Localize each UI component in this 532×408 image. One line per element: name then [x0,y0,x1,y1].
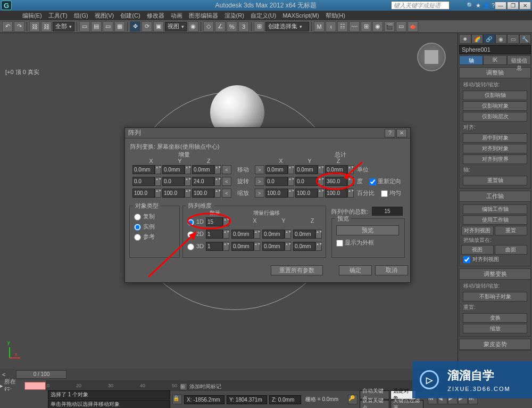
scale-left-button[interactable]: < [222,189,231,198]
menu-grapheditors[interactable]: 图形编辑器 [186,11,221,21]
1d-radio[interactable]: 1D [187,217,204,227]
align-view-button[interactable]: 对齐到视图 [461,226,494,235]
copy-radio[interactable]: 复制 [134,211,175,222]
inc-rot-y[interactable]: ▲▼ [162,177,191,186]
curve-editor-icon[interactable]: 〰 [349,21,360,32]
menu-customize[interactable]: 自定义(U) [247,11,279,21]
3d-x-spinner[interactable]: ▲▼ [231,242,260,251]
tot-rot-x[interactable]: ▲▼ [265,177,294,186]
tot-move-y[interactable]: ▲▼ [295,165,324,174]
menu-edit[interactable]: 编辑(E) [19,11,45,21]
transform-button[interactable]: 变换 [463,313,528,323]
3d-radio[interactable]: 3D [187,242,204,251]
restore-button[interactable]: ❐ [507,2,519,10]
reorient-check[interactable]: 重新定向 [369,177,401,185]
display-as-box-check[interactable]: 显示为外框 [336,239,400,247]
rotate-icon[interactable]: ⟳ [142,21,152,32]
percent-snap-icon[interactable]: % [227,21,237,32]
menu-maxscript[interactable]: MAXScript(M) [279,11,322,20]
subtab-link[interactable]: 链接信息 [507,55,531,65]
angle-snap-icon[interactable]: ∠ [215,21,226,32]
inc-scale-x[interactable]: ▲▼ [132,189,161,198]
search-input[interactable]: 键入关键字或短语 [391,1,450,10]
move-right-button[interactable]: > [255,165,264,174]
tot-scale-z[interactable]: ▲▼ [325,189,354,198]
viewcube[interactable] [417,43,446,71]
time-slider-handle[interactable]: 0 / 100 [16,370,66,379]
tot-scale-x[interactable]: ▲▼ [265,189,294,198]
coord-x[interactable]: X: -1856.2mm [184,395,225,404]
star-icon[interactable]: ★ [476,2,481,9]
reset-button[interactable]: 重置 [495,226,527,235]
inc-move-y[interactable]: ▲▼ [162,165,191,174]
coord-z[interactable]: Z: 0.0mm [269,395,301,404]
2d-z-spinner[interactable]: ▲▼ [293,230,322,239]
undo-icon[interactable]: ↶ [2,21,13,32]
dialog-help-button[interactable]: ? [385,129,395,137]
tab-hierarchy[interactable]: 🔗 [483,34,495,44]
align-view-check[interactable]: 对齐到视图 [461,255,529,264]
scale-button[interactable]: 缩放 [463,324,528,333]
reset-pivot-button[interactable]: 重置轴 [463,176,528,185]
object-name-field[interactable]: Sphere001 [459,45,531,54]
rot-left-button[interactable]: < [222,177,231,186]
render-setup-icon[interactable]: 🎬 [384,21,395,32]
trackbar[interactable]: 01020304050 [0,380,458,391]
2d-x-spinner[interactable]: ▲▼ [231,230,260,239]
inc-rot-z[interactable]: ▲▼ [192,177,221,186]
subtab-ik[interactable]: IK [483,55,507,65]
setkey-button[interactable]: 设置关键点 [360,400,389,409]
select-name-icon[interactable]: ▤ [91,21,102,32]
ok-button[interactable]: 确定 [339,265,372,275]
rollout-header[interactable]: 工作轴 [460,191,530,202]
menu-rendering[interactable]: 渲染(R) [221,11,247,21]
reference-radio[interactable]: 参考 [134,232,175,242]
center-to-object-button[interactable]: 居中到对象 [463,133,528,143]
menu-help[interactable]: 帮助(H) [322,11,348,21]
menu-views[interactable]: 视图(V) [92,11,118,21]
ref-coord-system[interactable]: 视图 [165,22,187,31]
prompt-arrow-icon[interactable]: ▸ [0,382,3,389]
window-crossing-icon[interactable]: ▦ [114,21,125,32]
tot-scale-y[interactable]: ▲▼ [295,189,324,198]
help-icon[interactable]: 🔍 [467,2,474,9]
add-time-tag-label[interactable]: 添加时间标记 [189,383,221,390]
select-region-icon[interactable]: ▭ [103,21,113,32]
named-sets-icon[interactable]: ⊞ [254,21,264,32]
scale-icon[interactable]: ▣ [153,21,164,32]
rendered-frame-icon[interactable]: ▭ [396,21,406,32]
render-icon[interactable]: 🫖 [408,21,418,32]
select-icon[interactable]: ▭ [79,21,90,32]
surface-button[interactable]: 曲面 [495,245,527,255]
spinner-snap-icon[interactable]: 3 [238,21,249,32]
menu-create[interactable]: 创建(C) [117,11,143,21]
uniform-check[interactable]: 均匀 [381,189,401,197]
inc-move-z[interactable]: ▲▼ [192,165,221,174]
named-selection[interactable]: 创建选择集 [265,22,309,31]
inc-scale-z[interactable]: ▲▼ [192,189,221,198]
tab-utilities[interactable]: 🔧 [519,34,531,44]
redo-icon[interactable]: ↷ [14,21,24,32]
rollout-header[interactable]: 蒙皮姿势 [460,339,530,350]
subtab-pivot[interactable]: 轴 [459,55,483,65]
inc-move-x[interactable]: ▲▼ [132,165,161,174]
align-icon[interactable]: ⫞ [326,21,336,32]
menu-animation[interactable]: 动画 [168,11,186,21]
use-wp-button[interactable]: 使用工作轴 [463,215,528,225]
view-button[interactable]: 视图 [461,245,494,255]
move-icon[interactable]: ✥ [130,21,140,32]
tot-move-z[interactable]: ▲▼ [325,165,354,174]
menu-modifiers[interactable]: 修改器 [144,11,168,21]
edit-wp-button[interactable]: 编辑工作轴 [463,205,528,214]
layer-icon[interactable]: ☷ [337,21,348,32]
dont-affect-children-button[interactable]: 不影响子对象 [463,292,528,301]
dialog-close-button[interactable]: ✕ [396,129,407,137]
timeslider-prev-icon[interactable]: < [2,371,5,378]
pivot-center-icon[interactable]: ◉ [188,21,198,32]
affect-hierarchy-button[interactable]: 仅影响层次 [463,112,528,121]
viewport-label[interactable]: [+0 顶 0 真实 [5,68,39,76]
time-tag-icon[interactable]: ⊞ [180,383,187,390]
selection-filter[interactable]: 全部 [53,22,74,31]
inc-scale-y[interactable]: ▲▼ [162,189,191,198]
prompt-input[interactable] [24,382,46,390]
